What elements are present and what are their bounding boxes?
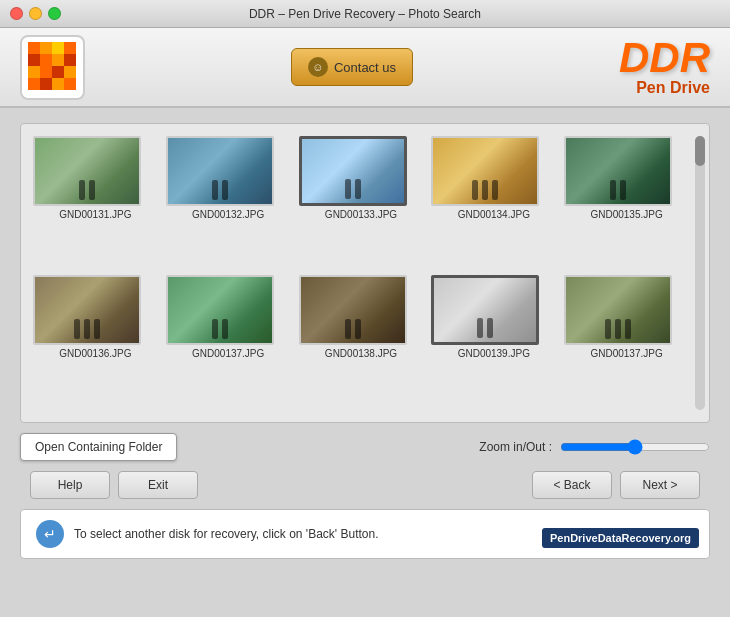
photo-label: GND00137.JPG	[166, 348, 291, 359]
photo-item[interactable]: GND00133.JPG	[299, 136, 424, 267]
scrollbar[interactable]	[695, 136, 705, 410]
person-icon: ☺	[308, 57, 328, 77]
photo-thumbnail[interactable]	[166, 275, 274, 345]
next-button[interactable]: Next >	[620, 471, 700, 499]
website-badge: PenDriveDataRecovery.org	[542, 528, 699, 548]
exit-button[interactable]: Exit	[118, 471, 198, 499]
photo-label: GND00133.JPG	[299, 209, 424, 220]
figure-silhouette	[605, 319, 611, 339]
photo-label: GND00132.JPG	[166, 209, 291, 220]
back-button[interactable]: < Back	[532, 471, 612, 499]
photo-thumbnail[interactable]	[166, 136, 274, 206]
photo-item[interactable]: GND00134.JPG	[431, 136, 556, 267]
figure-silhouette	[84, 319, 90, 339]
photo-item[interactable]: GND00137.JPG	[564, 275, 689, 406]
nav-buttons: Help Exit < Back Next >	[20, 471, 710, 499]
brand-container: DDR Pen Drive	[619, 37, 710, 97]
help-button[interactable]: Help	[30, 471, 110, 499]
figure-silhouette	[74, 319, 80, 339]
photo-item[interactable]: GND00131.JPG	[33, 136, 158, 267]
controls-row: Open Containing Folder Zoom in/Out :	[20, 433, 710, 461]
photo-label: GND00139.JPG	[431, 348, 556, 359]
info-message: To select another disk for recovery, cli…	[74, 527, 379, 541]
photo-label: GND00136.JPG	[33, 348, 158, 359]
brand-main: DDR	[619, 37, 710, 79]
app-logo	[20, 35, 85, 100]
figure-silhouette	[487, 318, 493, 338]
photo-label: GND00138.JPG	[299, 348, 424, 359]
title-bar: DDR – Pen Drive Recovery – Photo Search	[0, 0, 730, 28]
figure-silhouette	[610, 180, 616, 200]
figure-silhouette	[472, 180, 478, 200]
app-header: ☺ Contact us DDR Pen Drive	[0, 28, 730, 108]
maximize-button[interactable]	[48, 7, 61, 20]
zoom-label: Zoom in/Out :	[479, 440, 552, 454]
figure-silhouette	[345, 179, 351, 199]
photo-thumbnail[interactable]	[431, 136, 539, 206]
photo-label: GND00134.JPG	[431, 209, 556, 220]
photo-item[interactable]: GND00135.JPG	[564, 136, 689, 267]
figure-silhouette	[492, 180, 498, 200]
figure-silhouette	[355, 319, 361, 339]
photo-item[interactable]: GND00137.JPG	[166, 275, 291, 406]
window-title: DDR – Pen Drive Recovery – Photo Search	[249, 7, 481, 21]
zoom-control: Zoom in/Out :	[479, 439, 710, 455]
photos-grid: GND00131.JPGGND00132.JPGGND00133.JPGGND0…	[33, 136, 697, 406]
photo-item[interactable]: GND00138.JPG	[299, 275, 424, 406]
photo-thumbnail[interactable]	[33, 275, 141, 345]
figure-silhouette	[212, 319, 218, 339]
nav-right: < Back Next >	[532, 471, 700, 499]
figure-silhouette	[477, 318, 483, 338]
contact-button[interactable]: ☺ Contact us	[291, 48, 413, 86]
figure-silhouette	[79, 180, 85, 200]
brand-sub: Pen Drive	[619, 79, 710, 97]
info-bar: ↵ To select another disk for recovery, c…	[20, 509, 710, 559]
figure-silhouette	[345, 319, 351, 339]
photo-thumbnail[interactable]	[33, 136, 141, 206]
close-button[interactable]	[10, 7, 23, 20]
photo-thumbnail[interactable]	[431, 275, 539, 345]
photo-thumbnail[interactable]	[564, 275, 672, 345]
figure-silhouette	[482, 180, 488, 200]
figure-silhouette	[625, 319, 631, 339]
figure-silhouette	[212, 180, 218, 200]
photo-label: GND00137.JPG	[564, 348, 689, 359]
figure-silhouette	[620, 180, 626, 200]
open-folder-button[interactable]: Open Containing Folder	[20, 433, 177, 461]
minimize-button[interactable]	[29, 7, 42, 20]
contact-label: Contact us	[334, 60, 396, 75]
figure-silhouette	[89, 180, 95, 200]
photo-panel: GND00131.JPGGND00132.JPGGND00133.JPGGND0…	[20, 123, 710, 423]
photo-thumbnail[interactable]	[299, 275, 407, 345]
window-controls[interactable]	[10, 7, 61, 20]
figure-silhouette	[222, 319, 228, 339]
nav-left: Help Exit	[30, 471, 198, 499]
figure-silhouette	[355, 179, 361, 199]
photo-label: GND00131.JPG	[33, 209, 158, 220]
photo-item[interactable]: GND00139.JPG	[431, 275, 556, 406]
zoom-slider[interactable]	[560, 439, 710, 455]
checkerboard-icon	[28, 42, 78, 92]
info-icon: ↵	[36, 520, 64, 548]
photo-label: GND00135.JPG	[564, 209, 689, 220]
figure-silhouette	[615, 319, 621, 339]
photo-thumbnail[interactable]	[299, 136, 407, 206]
photo-thumbnail[interactable]	[564, 136, 672, 206]
photo-item[interactable]: GND00136.JPG	[33, 275, 158, 406]
photo-item[interactable]: GND00132.JPG	[166, 136, 291, 267]
figure-silhouette	[94, 319, 100, 339]
figure-silhouette	[222, 180, 228, 200]
scrollbar-thumb[interactable]	[695, 136, 705, 166]
main-content: GND00131.JPGGND00132.JPGGND00133.JPGGND0…	[0, 108, 730, 617]
